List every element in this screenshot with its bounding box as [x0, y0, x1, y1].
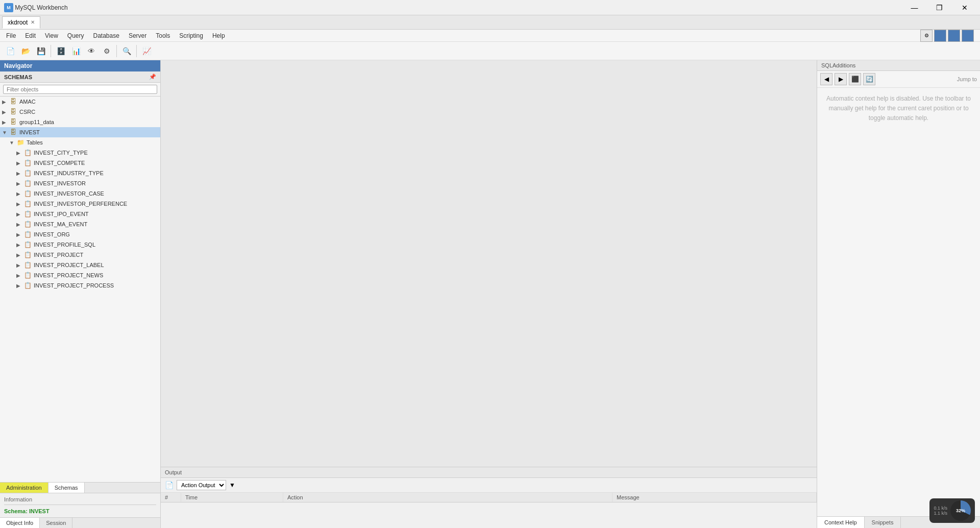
tab-close-icon[interactable]: ✕ — [31, 19, 35, 25]
toolbar: 📄 📂 💾 🗄️ 📊 👁 ⚙ 🔍 📈 — [0, 42, 980, 60]
table-invest-ma-event[interactable]: ▶ 📋 INVEST_MA_EVENT — [0, 219, 160, 229]
arrow-compete: ▶ — [16, 160, 23, 166]
tab-xkdroot[interactable]: xkdroot ✕ — [2, 16, 40, 29]
col-time: Time — [181, 493, 283, 502]
tables-folder[interactable]: ▼ 📁 Tables — [0, 137, 160, 148]
toolbar-sep-2 — [116, 45, 117, 57]
table-project-news-label: INVEST_PROJECT_NEWS — [34, 272, 103, 278]
info-header: Information — [4, 496, 156, 505]
menu-bar: File Edit View Query Database Server Too… — [0, 30, 980, 42]
close-button[interactable]: ✕ — [953, 0, 976, 15]
toolbar-new-file[interactable]: 📄 — [3, 44, 17, 58]
sa-refresh-btn[interactable]: 🔄 — [863, 73, 875, 85]
table-icon-project-news: 📋 — [23, 271, 32, 279]
information-panel: Information Schema: INVEST — [0, 493, 160, 517]
action-output-select[interactable]: Action Output — [177, 480, 226, 490]
arrow-industry-type: ▶ — [16, 171, 23, 176]
schema-tree: ▶ 🗄 AMAC ▶ 🗄 CSRC ▶ 🗄 group11_data ▼ 🗄 I… — [0, 97, 160, 482]
tab-schemas[interactable]: Schemas — [48, 483, 85, 493]
schema-amac[interactable]: ▶ 🗄 AMAC — [0, 97, 160, 107]
filter-input[interactable] — [3, 85, 157, 94]
layout-btn-4[interactable] — [962, 30, 974, 42]
toolbar-view[interactable]: 👁 — [84, 44, 99, 58]
sql-additions-content: Automatic context help is disabled. Use … — [817, 88, 980, 516]
tab-context-help[interactable]: Context Help — [817, 517, 865, 528]
menu-tools[interactable]: Tools — [152, 31, 174, 40]
arrow-investor: ▶ — [16, 181, 23, 186]
schemas-pin-icon[interactable]: 📌 — [149, 74, 156, 80]
menu-view[interactable]: View — [41, 31, 62, 40]
table-invest-project[interactable]: ▶ 📋 INVEST_PROJECT — [0, 250, 160, 260]
sql-additions-toolbar: ◀ ▶ ⬛ 🔄 Jump to — [817, 71, 980, 88]
col-action: Action — [283, 493, 612, 502]
table-ipo-event-label: INVEST_IPO_EVENT — [34, 211, 89, 217]
tab-label: xkdroot — [8, 19, 28, 26]
app-title: MySQL Workbench — [15, 4, 903, 11]
table-invest-profile-sql[interactable]: ▶ 📋 INVEST_PROFILE_SQL — [0, 239, 160, 250]
sa-back-btn[interactable]: ◀ — [820, 73, 832, 85]
table-invest-project-process[interactable]: ▶ 📋 INVEST_PROJECT_PROCESS — [0, 280, 160, 291]
table-invest-industry-type[interactable]: ▶ 📋 INVEST_INDUSTRY_TYPE — [0, 168, 160, 178]
menu-file[interactable]: File — [2, 31, 20, 40]
schema-csrc-label: CSRC — [19, 109, 35, 115]
schema-invest[interactable]: ▼ 🗄 INVEST — [0, 127, 160, 137]
table-invest-ipo-event[interactable]: ▶ 📋 INVEST_IPO_EVENT — [0, 209, 160, 219]
layout-btn-3[interactable] — [948, 30, 960, 42]
layout-btn-1[interactable]: ⚙ — [920, 30, 933, 42]
arrow-ipo-event: ▶ — [16, 211, 23, 217]
table-icon-investor-case: 📋 — [23, 189, 32, 198]
tab-snippets[interactable]: Snippets — [865, 517, 901, 528]
toolbar-table[interactable]: 📊 — [69, 44, 83, 58]
toolbar-save[interactable]: 💾 — [34, 44, 48, 58]
table-invest-project-label[interactable]: ▶ 📋 INVEST_PROJECT_LABEL — [0, 260, 160, 270]
sql-editor-area[interactable] — [161, 60, 817, 467]
minimize-button[interactable]: — — [903, 0, 926, 15]
toolbar-open[interactable]: 📂 — [18, 44, 33, 58]
sa-stop-btn[interactable]: ⬛ — [849, 73, 861, 85]
arrow-invest: ▼ — [2, 130, 9, 135]
toolbar-performance[interactable]: 📈 — [139, 44, 154, 58]
tab-administration[interactable]: Administration — [0, 483, 48, 493]
layout-btn-2[interactable] — [934, 30, 946, 42]
toolbar-search[interactable]: 🔍 — [119, 44, 134, 58]
menu-database[interactable]: Database — [89, 31, 124, 40]
schema-group11[interactable]: ▶ 🗄 group11_data — [0, 117, 160, 127]
menu-edit[interactable]: Edit — [21, 31, 40, 40]
table-icon-city-type: 📋 — [23, 149, 32, 157]
output-dropdown-arrow: ▼ — [229, 482, 235, 489]
schema-invest-label: INVEST — [19, 129, 40, 135]
schema-csrc[interactable]: ▶ 🗄 CSRC — [0, 107, 160, 117]
sa-forward-btn[interactable]: ▶ — [835, 73, 847, 85]
table-invest-investor-perference[interactable]: ▶ 📋 INVEST_INVESTOR_PERFERENCE — [0, 199, 160, 209]
tab-session[interactable]: Session — [40, 518, 72, 528]
table-invest-investor-case[interactable]: ▶ 📋 INVEST_INVESTOR_CASE — [0, 188, 160, 199]
tab-object-info[interactable]: Object Info — [0, 518, 40, 528]
title-bar: M MySQL Workbench — ❐ ✕ — [0, 0, 980, 15]
arrow-investor-perference: ▶ — [16, 201, 23, 207]
menu-scripting[interactable]: Scripting — [175, 31, 207, 40]
maximize-button[interactable]: ❐ — [928, 0, 951, 15]
table-icon-investor-perference: 📋 — [23, 200, 32, 208]
table-invest-compete[interactable]: ▶ 📋 INVEST_COMPETE — [0, 158, 160, 168]
window-controls: — ❐ ✕ — [903, 0, 976, 15]
toolbar-db[interactable]: 🗄️ — [54, 44, 68, 58]
table-invest-project-news[interactable]: ▶ 📋 INVEST_PROJECT_NEWS — [0, 270, 160, 280]
toolbar-proc[interactable]: ⚙ — [100, 44, 114, 58]
menu-server[interactable]: Server — [125, 31, 151, 40]
arrow-group11: ▶ — [2, 119, 9, 125]
table-investor-label: INVEST_INVESTOR — [34, 180, 86, 186]
table-icon-investor: 📋 — [23, 179, 32, 187]
tab-bar: xkdroot ✕ — [0, 15, 980, 30]
table-icon-ipo-event: 📋 — [23, 210, 32, 218]
arrow-project-news: ▶ — [16, 273, 23, 278]
table-invest-org[interactable]: ▶ 📋 INVEST_ORG — [0, 229, 160, 239]
menu-help[interactable]: Help — [208, 31, 229, 40]
table-invest-city-type[interactable]: ▶ 📋 INVEST_CITY_TYPE — [0, 148, 160, 158]
table-invest-investor[interactable]: ▶ 📋 INVEST_INVESTOR — [0, 178, 160, 188]
schema-icon-csrc: 🗄 — [9, 108, 17, 116]
arrow-ma-event: ▶ — [16, 222, 23, 227]
menu-query[interactable]: Query — [63, 31, 88, 40]
col-message: Message — [612, 493, 817, 502]
table-project-label: INVEST_PROJECT — [34, 252, 83, 258]
left-panel: Navigator SCHEMAS 📌 ▶ 🗄 AMAC ▶ 🗄 CSRC — [0, 60, 161, 528]
